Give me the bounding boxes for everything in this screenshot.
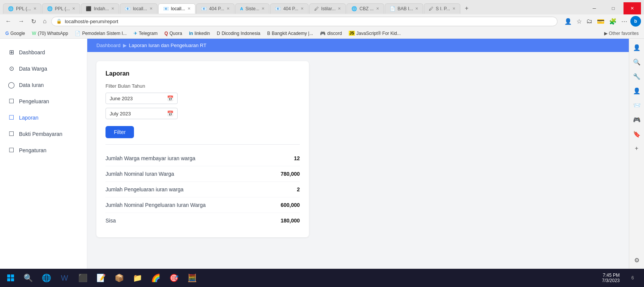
new-tab-button[interactable]: + <box>461 3 472 13</box>
tab-close[interactable]: ✕ <box>261 6 265 11</box>
taskbar-explorer[interactable]: 📁 <box>129 270 146 285</box>
tab-close[interactable]: ✕ <box>376 6 379 11</box>
tab-t2[interactable]: 🌐 PPL (... ✕ <box>42 3 80 14</box>
bookmark-quora[interactable]: Q Quora <box>162 30 184 37</box>
tab-close[interactable]: ✕ <box>227 6 230 11</box>
tab-close[interactable]: ✕ <box>338 6 341 11</box>
tab-close[interactable]: ✕ <box>33 6 36 11</box>
url-text[interactable]: localhost/e-perum/report <box>65 19 553 24</box>
taskbar-notification[interactable]: 6 <box>624 270 641 285</box>
browser-wallet-icon[interactable]: 💳 <box>595 16 606 27</box>
taskbar-exe[interactable]: ⬛ <box>74 270 91 285</box>
date-to-input[interactable]: July 2023 📅 <box>105 108 178 119</box>
sidebar-item-data-iuran[interactable]: ◯ Data Iuran <box>0 77 87 92</box>
tab-t6[interactable]: 📧 404 P... ✕ <box>196 3 235 14</box>
filter-button[interactable]: Filter <box>105 126 134 138</box>
tab-t4[interactable]: 📧 locall... ✕ <box>120 3 157 14</box>
sidebar-item-laporan[interactable]: ☐ Laporan <box>0 110 87 125</box>
bookmark-google[interactable]: G Google <box>3 30 27 37</box>
date-from-input[interactable]: June 2023 📅 <box>105 93 178 104</box>
bing-button[interactable]: b <box>630 16 641 27</box>
tab-t7[interactable]: A Siste... ✕ <box>235 3 270 14</box>
profile-icon[interactable]: 👤 <box>563 16 573 27</box>
data-warga-icon: ⊙ <box>8 65 15 72</box>
bookmark-dicoding[interactable]: D Dicoding Indonesia <box>214 30 263 37</box>
taskbar-powerpoint[interactable]: 🎯 <box>165 270 182 285</box>
stats-value-4: 180,000 <box>280 218 300 224</box>
tab-close[interactable]: ✕ <box>111 6 114 11</box>
sidebar-item-dashboard[interactable]: ⊞ Dashboard <box>0 45 87 60</box>
edge-profile-icon[interactable]: 👤 <box>631 42 642 53</box>
taskbar-app6[interactable]: 🌈 <box>147 270 164 285</box>
tab-t12[interactable]: 🖊 S I. P... ✕ <box>424 3 460 14</box>
taskbar-word[interactable]: W <box>56 270 73 285</box>
start-button[interactable] <box>3 270 18 285</box>
bookmark-linkedin[interactable]: in linkedin <box>187 30 212 37</box>
sidebar-item-bukti-pembayaran[interactable]: ☐ Bukti Pembayaran <box>0 126 87 141</box>
minimize-button[interactable]: ─ <box>586 2 603 14</box>
tab-t10[interactable]: 🌐 CBZ ... ✕ <box>346 3 384 14</box>
bookmark-label: (70) WhatsApp <box>38 31 68 36</box>
bookmark-js[interactable]: JS JavaScript® For Kid... <box>346 30 403 37</box>
tab-close[interactable]: ✕ <box>72 6 75 11</box>
stats-row-4: Sisa 180,000 <box>105 213 300 228</box>
extensions-icon[interactable]: 🧩 <box>608 16 618 27</box>
date-to-row: July 2023 📅 <box>105 108 300 119</box>
taskbar-app5[interactable]: 📦 <box>111 270 128 285</box>
bookmark-label: Google <box>10 31 25 36</box>
bookmark-telegram[interactable]: ✈ Telegram <box>131 30 160 37</box>
tab-t5[interactable]: 📧 locall... ✕ <box>158 3 195 14</box>
tab-close[interactable]: ✕ <box>452 6 455 11</box>
dashboard-icon: ⊞ <box>8 49 15 56</box>
edge-person-icon[interactable]: 👤 <box>631 85 642 96</box>
maximize-button[interactable]: □ <box>605 2 622 14</box>
forward-button[interactable]: → <box>16 17 27 25</box>
edge-outlook-icon[interactable]: 📨 <box>631 99 642 111</box>
bookmark-whatsapp[interactable]: W (70) WhatsApp <box>30 30 70 37</box>
address-box[interactable]: 🔒 localhost/e-perum/report <box>51 17 557 26</box>
tab-close[interactable]: ✕ <box>301 6 304 11</box>
report-card: Laporan Filter Bulan Tahun June 2023 📅 J… <box>96 61 309 237</box>
tab-t9[interactable]: 🖊 Istilar... ✕ <box>309 3 346 14</box>
taskbar-vscode[interactable]: 📝 <box>93 270 109 285</box>
tab-label: PPL (... <box>16 6 31 11</box>
edge-tools-icon[interactable]: 🔧 <box>631 71 642 82</box>
tab-t8[interactable]: 📧 404 P... ✕ <box>270 3 309 14</box>
edge-game-icon[interactable]: 🎮 <box>631 114 642 125</box>
edge-settings-icon[interactable]: ⚙ <box>631 254 642 266</box>
close-button[interactable]: ✕ <box>624 2 641 14</box>
refresh-button[interactable]: ↻ <box>29 17 38 26</box>
home-button[interactable]: ⌂ <box>41 17 49 25</box>
bookmark-bangkit[interactable]: B Bangkit Academy |... <box>265 30 315 37</box>
window-controls: ─ □ ✕ <box>586 2 641 14</box>
stats-value-0: 12 <box>294 155 300 161</box>
tab-t1[interactable]: 🌐 PPL (... ✕ <box>3 3 41 14</box>
bookmark-label: Pemodelan Sistem I... <box>82 31 126 36</box>
edge-search-icon[interactable]: 🔍 <box>631 56 642 68</box>
back-button[interactable]: ← <box>3 17 14 25</box>
tab-t11[interactable]: 📄 BAB I... ✕ <box>385 3 424 14</box>
bookmark-label: Quora <box>170 31 182 36</box>
bookmarks-more[interactable]: ▶ Other favorites <box>602 30 641 37</box>
tab-close[interactable]: ✕ <box>150 6 153 11</box>
svg-rect-0 <box>7 274 10 278</box>
taskbar-edge[interactable]: 🌐 <box>38 270 55 285</box>
sidebar-item-pengeluaran[interactable]: ☐ Pengeluaran <box>0 94 87 109</box>
sidebar-item-data-warga[interactable]: ⊙ Data Warga <box>0 61 87 76</box>
taskbar-search[interactable]: 🔍 <box>20 270 36 285</box>
taskbar-calculator[interactable]: 🧮 <box>184 270 200 285</box>
edge-bookmark-icon[interactable]: 🔖 <box>631 128 642 140</box>
settings-icon[interactable]: ⋯ <box>620 16 629 27</box>
tab-t3[interactable]: ⬛ Indah... ✕ <box>81 3 119 14</box>
bookmark-discord[interactable]: 🎮 discord <box>318 30 344 37</box>
app-container: ⊞ Dashboard ⊙ Data Warga ◯ Data Iuran ☐ … <box>0 39 644 269</box>
tab-close[interactable]: ✕ <box>415 6 418 11</box>
tab-close[interactable]: ✕ <box>187 6 191 11</box>
bookmark-pemodelan[interactable]: 📄 Pemodelan Sistem I... <box>72 30 129 37</box>
breadcrumb-home[interactable]: Dashboard <box>96 43 121 48</box>
favorites-icon[interactable]: ☆ <box>575 16 583 27</box>
collections-icon[interactable]: 🗂 <box>585 16 594 26</box>
tab-favicon: ⬛ <box>86 6 91 11</box>
edge-add-icon[interactable]: + <box>631 143 642 154</box>
sidebar-item-pengaturan[interactable]: ☐ Pengaturan <box>0 143 87 158</box>
